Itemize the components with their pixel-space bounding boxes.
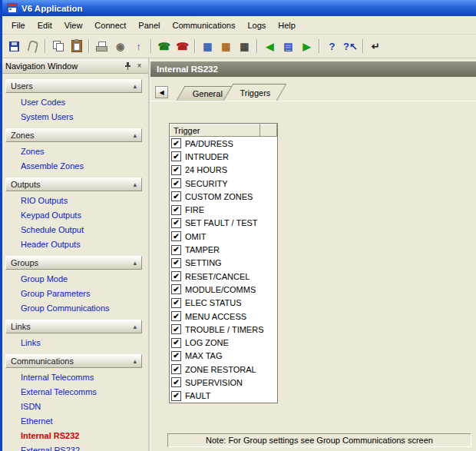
paste-icon[interactable] — [68, 38, 85, 55]
menu-connect[interactable]: Connect — [88, 18, 132, 32]
nav-item-group-mode[interactable]: Group Mode — [2, 272, 148, 287]
checkbox-checked[interactable]: ✔ — [171, 138, 181, 148]
nav-item-zones[interactable]: Zones — [2, 144, 148, 159]
snapshot-icon[interactable]: ◉ — [111, 38, 129, 55]
menu-communications[interactable]: Communications — [166, 18, 241, 32]
section-header-zones[interactable]: Zones▴ — [5, 128, 142, 142]
trigger-row[interactable]: ✔OMIT — [170, 230, 277, 243]
trigger-row[interactable]: ✔SUPERVISION — [170, 376, 277, 389]
send-panel-icon-glyph: ↑ — [136, 41, 141, 51]
window-titlebar[interactable]: V6 Application — [2, 0, 476, 16]
trigger-row[interactable]: ✔MENU ACCESS — [170, 310, 277, 323]
trigger-row[interactable]: ✔ELEC STATUS — [170, 297, 277, 310]
nav-item-rio-outputs[interactable]: RIO Outputs — [2, 194, 148, 208]
nav-item-header-outputs[interactable]: Header Outputs — [2, 237, 148, 252]
help-icon[interactable]: ? — [323, 38, 341, 55]
calculator-icon[interactable]: ▦ — [236, 38, 253, 55]
checkbox-checked[interactable]: ✔ — [171, 338, 181, 348]
close-icon[interactable]: × — [134, 61, 145, 71]
nav-item-isdn[interactable]: ISDN — [2, 400, 148, 414]
trigger-row[interactable]: ✔MAX TAG — [170, 350, 277, 363]
trigger-row[interactable]: ✔FAULT — [170, 390, 277, 403]
section-header-users[interactable]: Users▴ — [5, 79, 142, 93]
nav-item-keypad-outputs[interactable]: Keypad Outputs — [2, 208, 148, 223]
grid-icon[interactable]: ▤ — [279, 38, 297, 55]
attach-icon[interactable] — [24, 38, 41, 55]
section-header-communications[interactable]: Communications▴ — [5, 354, 142, 368]
menu-view[interactable]: View — [58, 18, 89, 32]
save-icon[interactable] — [5, 38, 23, 55]
trigger-column-header[interactable]: Trigger — [170, 124, 260, 137]
nav-item-links[interactable]: Links — [2, 336, 148, 350]
nav-item-external-rs232[interactable]: External RS232 — [2, 443, 148, 451]
nav-item-group-communications[interactable]: Group Communications — [2, 301, 148, 316]
trigger-row[interactable]: ✔MODULE/COMMS — [170, 283, 277, 296]
trigger-row[interactable]: ✔LOG ZONE — [170, 336, 277, 349]
menu-edit[interactable]: Edit — [31, 18, 58, 32]
checkbox-checked[interactable]: ✔ — [171, 351, 181, 361]
trigger-row[interactable]: ✔FIRE — [170, 203, 277, 216]
section-header-outputs[interactable]: Outputs▴ — [5, 177, 142, 191]
back-icon[interactable]: ◀ — [261, 38, 279, 55]
trigger-row[interactable]: ✔SETTING — [170, 257, 277, 270]
checkbox-checked[interactable]: ✔ — [171, 151, 181, 161]
context-help-icon[interactable]: ?↖ — [342, 38, 359, 55]
checkbox-checked[interactable]: ✔ — [171, 271, 181, 281]
print-icon[interactable] — [93, 38, 111, 55]
section-header-links[interactable]: Links▴ — [5, 320, 142, 333]
trigger-row[interactable]: ✔SECURITY — [170, 177, 277, 190]
checkbox-checked[interactable]: ✔ — [171, 311, 181, 321]
nav-item-internal-telecomms[interactable]: Internal Telecomms — [2, 370, 148, 385]
checkbox-checked[interactable]: ✔ — [171, 218, 181, 228]
nav-item-schedule-output[interactable]: Schedule Output — [2, 223, 148, 237]
checkbox-checked[interactable]: ✔ — [171, 258, 181, 268]
menu-file[interactable]: File — [5, 18, 31, 32]
trigger-row[interactable]: ✔TAMPER — [170, 243, 277, 256]
menu-help[interactable]: Help — [272, 18, 302, 32]
trigger-row[interactable]: ✔SET FAULT / TEST — [170, 217, 277, 230]
menu-panel[interactable]: Panel — [132, 18, 166, 32]
checkbox-checked[interactable]: ✔ — [171, 231, 181, 241]
checkbox-checked[interactable]: ✔ — [171, 178, 181, 188]
disconnect-icon[interactable]: ☎ — [174, 38, 191, 55]
connect-icon[interactable]: ☎ — [155, 38, 173, 55]
trigger-row[interactable]: ✔ZONE RESTORAL — [170, 363, 277, 376]
section-header-groups[interactable]: Groups▴ — [5, 256, 142, 270]
checkbox-checked[interactable]: ✔ — [171, 205, 181, 215]
checkbox-checked[interactable]: ✔ — [171, 191, 181, 201]
enter-icon[interactable]: ↵ — [367, 38, 385, 55]
checkbox-checked[interactable]: ✔ — [171, 324, 181, 334]
trigger-row[interactable]: ✔INTRUDER — [170, 150, 277, 163]
trigger-row[interactable]: ✔TROUBLE / TIMERS — [170, 323, 277, 336]
checkbox-checked[interactable]: ✔ — [171, 245, 181, 255]
send-panel-icon[interactable]: ↑ — [130, 38, 147, 55]
pin-icon[interactable] — [121, 61, 133, 71]
menu-logs[interactable]: Logs — [241, 18, 272, 32]
checkbox-checked[interactable]: ✔ — [171, 391, 181, 401]
trigger-row[interactable]: ✔CUSTOM ZONES — [170, 190, 277, 203]
checkbox-checked[interactable]: ✔ — [171, 298, 181, 308]
read-panel-icon[interactable]: ▦ — [199, 38, 217, 55]
trigger-row[interactable]: ✔24 HOURS — [170, 164, 277, 177]
tab-triggers[interactable]: Triggers — [223, 84, 287, 101]
checkbox-checked[interactable]: ✔ — [171, 364, 181, 374]
trigger-row[interactable]: ✔PA/DURESS — [170, 137, 277, 150]
nav-item-internal-rs232[interactable]: Internal RS232 — [2, 429, 148, 443]
nav-item-system-users[interactable]: System Users — [2, 110, 148, 124]
copy-icon[interactable] — [49, 38, 67, 55]
nav-item-group-parameters[interactable]: Group Parameters — [2, 287, 148, 301]
checkbox-checked[interactable]: ✔ — [171, 165, 181, 175]
trigger-row[interactable]: ✔RESET/CANCEL — [170, 270, 277, 283]
nav-item-ethernet[interactable]: Ethernet — [2, 414, 148, 429]
nav-item-user-codes[interactable]: User Codes — [2, 95, 148, 110]
forward-icon[interactable]: ▶ — [298, 38, 316, 55]
trigger-label: FAULT — [185, 391, 210, 400]
checkbox-checked[interactable]: ✔ — [171, 284, 181, 294]
write-panel-icon[interactable]: ▦ — [217, 38, 235, 55]
nav-item-external-telecomms[interactable]: External Telecomms — [2, 385, 148, 400]
tab-scroll-left-button[interactable]: ◀ — [155, 86, 168, 98]
menu-bar: FileEditViewConnectPanelCommunicationsLo… — [2, 16, 476, 35]
nav-item-assemble-zones[interactable]: Assemble Zones — [2, 159, 148, 174]
section-label: Outputs — [11, 180, 41, 189]
checkbox-checked[interactable]: ✔ — [171, 377, 181, 387]
